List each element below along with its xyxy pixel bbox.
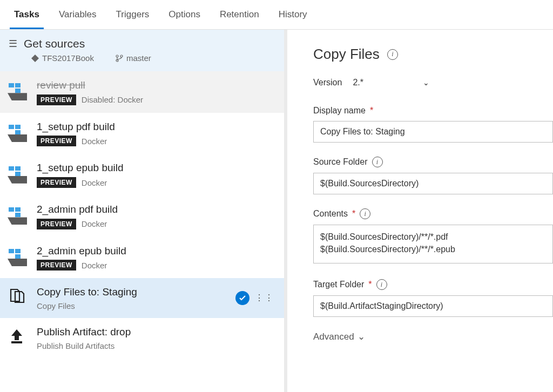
publish-icon — [8, 327, 29, 349]
task-list: ☰ Get sources TFS2017Book master review … — [0, 30, 287, 392]
contents-label: Contents — [313, 209, 348, 219]
docker-icon — [8, 247, 29, 268]
check-icon — [235, 291, 249, 305]
docker-icon — [8, 205, 29, 227]
required-marker: * — [368, 280, 372, 289]
preview-badge: PREVIEW — [37, 94, 76, 105]
svg-point-0 — [116, 55, 118, 57]
required-marker: * — [370, 106, 373, 116]
task-title: 1_setup pdf build — [37, 120, 276, 134]
version-label: Version — [313, 78, 342, 87]
branch-name: master — [116, 53, 151, 63]
task-title: Publish Artifact: drop — [37, 326, 276, 339]
task-subtitle: Publish Build Artifacts — [37, 341, 114, 350]
task-title: 2_admin epub build — [37, 245, 276, 258]
panel-title: Copy Files — [313, 46, 380, 63]
task-review-pull[interactable]: review pull PREVIEW Disabled: Docker — [0, 71, 284, 113]
preview-badge: PREVIEW — [37, 136, 76, 146]
target-folder-label: Target Folder — [313, 280, 364, 289]
docker-icon — [8, 123, 29, 144]
target-folder-input[interactable] — [313, 295, 553, 317]
task-title: review pull — [37, 79, 276, 92]
source-folder-label: Source Folder — [313, 157, 368, 167]
docker-icon — [8, 164, 29, 186]
task-title: 2_admin pdf build — [37, 203, 276, 217]
display-name-input[interactable] — [313, 121, 553, 143]
tab-history[interactable]: History — [269, 1, 317, 29]
copy-files-icon — [8, 287, 29, 309]
repo-icon — [31, 55, 39, 62]
sources-title: Get sources — [24, 37, 85, 50]
repo-name: TFS2017Book — [31, 53, 94, 63]
preview-badge: PREVIEW — [37, 219, 76, 229]
docker-icon — [8, 81, 29, 103]
tabs-bar: Tasks Variables Triggers Options Retenti… — [0, 0, 553, 30]
sources-icon: ☰ — [9, 38, 17, 50]
task-setup-pdf[interactable]: 1_setup pdf build PREVIEW Docker — [0, 113, 284, 154]
chevron-down-icon: ⌄ — [358, 331, 365, 342]
info-icon[interactable]: i — [376, 279, 387, 290]
task-details-panel: Copy Files i Version 2.* ⌄ Display name … — [287, 30, 553, 392]
info-icon[interactable]: i — [360, 208, 370, 219]
tab-triggers[interactable]: Triggers — [106, 1, 159, 29]
contents-input[interactable] — [313, 225, 553, 263]
branch-icon — [116, 55, 123, 62]
chevron-down-icon: ⌄ — [423, 78, 429, 87]
task-subtitle: Docker — [82, 261, 107, 270]
task-subtitle: Docker — [82, 219, 107, 228]
advanced-section-toggle[interactable]: Advanced ⌄ — [313, 331, 553, 342]
preview-badge: PREVIEW — [37, 177, 76, 188]
task-title: Copy Files to: Staging — [37, 286, 235, 299]
task-subtitle: Docker — [82, 178, 107, 187]
display-name-label: Display name — [313, 106, 366, 116]
version-select[interactable]: 2.* ⌄ — [353, 78, 429, 87]
task-subtitle: Disabled: Docker — [82, 95, 143, 104]
task-publish-artifact[interactable]: Publish Artifact: drop Publish Build Art… — [0, 318, 284, 358]
task-title: 1_setup epub build — [37, 161, 276, 175]
task-copy-files[interactable]: Copy Files to: Staging Copy Files ⋮⋮ — [0, 278, 284, 318]
task-subtitle: Copy Files — [37, 301, 75, 310]
get-sources[interactable]: ☰ Get sources TFS2017Book master — [0, 30, 284, 71]
svg-point-1 — [120, 55, 123, 57]
drag-handle-icon[interactable]: ⋮⋮ — [255, 296, 276, 300]
preview-badge: PREVIEW — [37, 260, 76, 271]
info-icon[interactable]: i — [387, 49, 398, 60]
task-admin-pdf[interactable]: 2_admin pdf build PREVIEW Docker — [0, 195, 284, 237]
task-subtitle: Docker — [82, 137, 107, 146]
required-marker: * — [352, 209, 355, 219]
tab-options[interactable]: Options — [159, 1, 210, 29]
tab-variables[interactable]: Variables — [49, 1, 106, 29]
info-icon[interactable]: i — [372, 157, 383, 167]
source-folder-input[interactable] — [313, 173, 553, 194]
task-admin-epub[interactable]: 2_admin epub build PREVIEW Docker — [0, 237, 284, 279]
task-setup-epub[interactable]: 1_setup epub build PREVIEW Docker — [0, 154, 284, 195]
tab-retention[interactable]: Retention — [210, 1, 269, 29]
tab-tasks[interactable]: Tasks — [4, 1, 49, 29]
svg-rect-3 — [11, 341, 22, 343]
